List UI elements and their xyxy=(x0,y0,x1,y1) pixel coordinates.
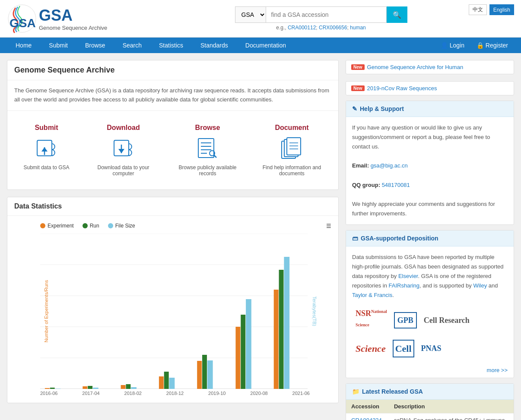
x-axis-labels: 2016-06 2017-04 2018-02 2018-12 2019-10 … xyxy=(40,391,310,396)
logo-subtitle-label: Genome Sequence Archive xyxy=(39,25,107,31)
news-item-1: New 2019-nCov Raw Sequences xyxy=(346,81,514,95)
journal-grid: NSRNationalScience GPB Cell Research Sci… xyxy=(352,305,508,358)
latest-released-header: 📁 Latest Released GSA xyxy=(346,384,514,400)
search-button[interactable]: 🔍 xyxy=(387,6,407,23)
search-select[interactable]: GSA All xyxy=(235,6,266,23)
legend-dot-experiment xyxy=(40,223,45,228)
nav-browse[interactable]: Browse xyxy=(76,38,114,53)
logo-gsa-label: GSA xyxy=(39,6,107,25)
wiley-link[interactable]: Wiley xyxy=(473,282,487,289)
action-browse-title: Browse xyxy=(195,124,220,132)
new-badge-0: New xyxy=(351,64,365,70)
elsevier-link[interactable]: Elsevier xyxy=(398,273,418,279)
main-content: Genome Sequence Archive The Genome Seque… xyxy=(0,53,521,420)
nav-search[interactable]: Search xyxy=(114,38,150,53)
search-input[interactable] xyxy=(266,6,387,23)
action-download-title: Download xyxy=(107,124,140,132)
new-badge-1: New xyxy=(351,85,365,91)
help-title: Help & Support xyxy=(360,105,404,112)
nav-documentation[interactable]: Documentation xyxy=(237,38,295,53)
help-header: ✎ Help & Support xyxy=(346,101,514,117)
deposition-header: 🗃 GSA-supported Deposition xyxy=(346,231,514,246)
data-statistics-card: Data Statistics Experiment Run File Size xyxy=(7,197,339,403)
more-link[interactable]: more >> xyxy=(487,367,508,373)
nav-home[interactable]: Home xyxy=(7,38,40,53)
svg-text:GSA: GSA xyxy=(10,16,36,30)
accession-link-0[interactable]: CRA004324 xyxy=(351,417,382,420)
action-submit[interactable]: Submit Submit data to GSA xyxy=(15,120,78,181)
help-qq-row: QQ group: 548170081 xyxy=(352,180,508,190)
more-link-area: more >> xyxy=(346,364,514,378)
news-link-1[interactable]: 2019-nCov Raw Sequences xyxy=(367,85,437,92)
svg-rect-46 xyxy=(126,384,130,389)
x-label-1: 2017-04 xyxy=(82,391,99,396)
chart-area: Experiment Run File Size ☰ Number of Exp… xyxy=(7,216,338,403)
news-link-0[interactable]: Genome Sequence Archive for Human xyxy=(367,64,464,70)
logo-area: GSA GSA Genome Sequence Archive xyxy=(7,3,128,34)
nav-right: 👤 Login 🔒 Register xyxy=(435,38,514,53)
nav-submit[interactable]: Submit xyxy=(40,38,76,53)
deposition-title: GSA-supported Deposition xyxy=(361,235,438,242)
action-browse[interactable]: Browse Browse publicly xyxy=(169,120,247,181)
svg-rect-47 xyxy=(131,387,137,389)
chart-wrapper: Number of Experiments/Runs Terabytes(TB)… xyxy=(40,234,308,389)
svg-rect-59 xyxy=(284,257,289,389)
table-row: CRA004324 (2021-06-24) scRNA-Seq analyse… xyxy=(346,413,514,420)
legend-label-run: Run xyxy=(90,223,99,229)
nav-login[interactable]: 👤 Login xyxy=(435,38,470,53)
nav-register[interactable]: 🔒 Register xyxy=(470,38,514,53)
svg-rect-55 xyxy=(241,315,245,389)
lang-zh-button[interactable]: 中文 xyxy=(469,4,487,15)
action-browse-desc: Browse publicly available records xyxy=(178,164,238,177)
svg-rect-56 xyxy=(246,299,251,389)
action-document-desc: Find help information and documents xyxy=(262,164,322,177)
action-download-desc: Download data to your computer xyxy=(93,164,154,177)
left-panel: Genome Sequence Archive The Genome Seque… xyxy=(7,60,339,420)
help-qq-link[interactable]: 548170081 xyxy=(382,182,410,188)
accession-cell-0: CRA004324 (2021-06-24) xyxy=(346,413,389,420)
action-document[interactable]: Document Find help information and docum… xyxy=(253,120,331,181)
svg-rect-50 xyxy=(169,378,175,389)
svg-rect-54 xyxy=(235,327,240,389)
help-email-link[interactable]: gsa@big.ac.cn xyxy=(371,162,408,169)
svg-rect-44 xyxy=(93,388,98,389)
hamburger-icon[interactable]: ☰ xyxy=(326,223,331,229)
hint-link-crx[interactable]: CRX006656 xyxy=(319,25,347,31)
help-email-label: Email: xyxy=(352,162,369,169)
help-footer: We highly appreciate your comments and s… xyxy=(352,199,508,218)
help-card: ✎ Help & Support If you have any questio… xyxy=(346,101,514,225)
taylor-link[interactable]: Taylor & Francis xyxy=(352,292,392,298)
x-label-2: 2018-02 xyxy=(124,391,142,396)
latest-released-card: 📁 Latest Released GSA Accession Descript… xyxy=(346,383,514,420)
legend-label-experiment: Experiment xyxy=(48,223,74,229)
y-axis-left-label: Number of Experiments/Runs xyxy=(44,280,49,342)
fairsharing-link[interactable]: FAIRsharing xyxy=(389,282,420,289)
help-icon: ✎ xyxy=(352,105,357,112)
lang-en-button[interactable]: English xyxy=(489,4,514,15)
latest-icon: 📁 xyxy=(352,388,359,395)
journal-cell: Cell xyxy=(393,340,414,357)
action-submit-title: Submit xyxy=(35,124,58,132)
action-grid: Submit Submit data to GSA xyxy=(7,111,338,189)
svg-rect-43 xyxy=(88,386,92,389)
svg-rect-41 xyxy=(55,388,61,389)
x-label-4: 2019-10 xyxy=(208,391,226,396)
col-description: Description xyxy=(389,400,514,414)
gsa-card-title: Genome Sequence Archive xyxy=(7,60,338,80)
stats-title: Data Statistics xyxy=(7,197,338,216)
browse-icon xyxy=(195,135,221,161)
hint-link-human[interactable]: human xyxy=(350,25,366,31)
svg-rect-58 xyxy=(279,270,284,389)
svg-rect-52 xyxy=(202,355,207,389)
hint-link-cra[interactable]: CRA000112 xyxy=(288,25,316,31)
journal-gpb: GPB xyxy=(394,312,417,329)
nav-statistics[interactable]: Statistics xyxy=(150,38,192,53)
action-download[interactable]: Download Download data to your comput xyxy=(85,120,162,181)
help-text: If you have any question or would like t… xyxy=(352,123,508,152)
nav-standards[interactable]: Standards xyxy=(192,38,237,53)
search-row: GSA All 🔍 xyxy=(235,6,407,23)
bar-chart-svg: 500000 400000 300000 200000 100000 0 100… xyxy=(40,234,308,389)
svg-rect-57 xyxy=(274,290,279,389)
deposition-text: Data submissions to GSA have been report… xyxy=(352,253,508,300)
legend-run: Run xyxy=(83,223,99,229)
